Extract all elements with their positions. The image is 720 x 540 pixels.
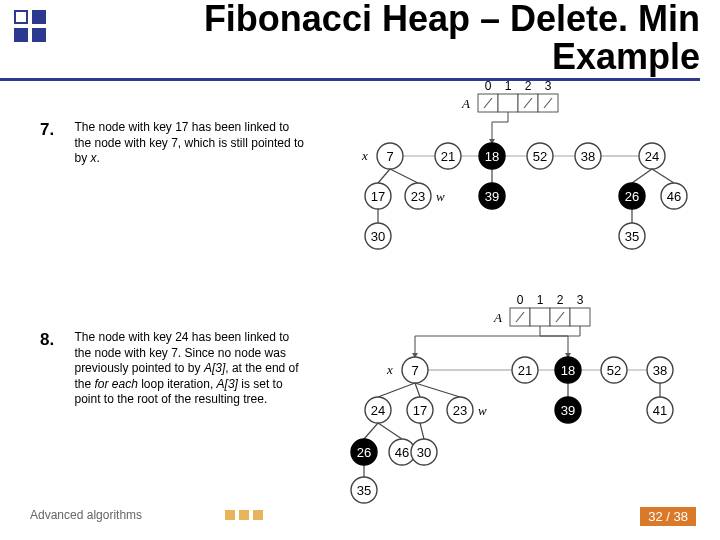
svg-rect-3 — [498, 94, 518, 112]
step-7: 7. The node with key 17 has been linked … — [40, 120, 304, 167]
svg-line-87 — [420, 423, 424, 439]
svg-text:0: 0 — [485, 79, 492, 93]
svg-line-22 — [378, 169, 390, 183]
svg-text:17: 17 — [413, 403, 427, 418]
svg-rect-59 — [530, 308, 550, 326]
svg-text:3: 3 — [577, 293, 584, 307]
svg-text:52: 52 — [607, 363, 621, 378]
svg-line-86 — [378, 423, 402, 439]
svg-text:0: 0 — [517, 293, 524, 307]
svg-text:38: 38 — [581, 149, 595, 164]
svg-text:35: 35 — [625, 229, 639, 244]
svg-line-80 — [378, 383, 415, 397]
slide-title: Fibonacci Heap – Delete. Min Example — [0, 0, 700, 81]
step-8-text: The node with key 24 has been linked to … — [74, 330, 304, 408]
diagram-step-8: A0123x721185238241723w394126463035 — [360, 300, 710, 495]
svg-text:26: 26 — [357, 445, 371, 460]
footer-left: Advanced algorithms — [30, 508, 142, 522]
svg-text:18: 18 — [485, 149, 499, 164]
step-8-number: 8. — [40, 330, 70, 350]
svg-text:7: 7 — [386, 149, 393, 164]
svg-text:17: 17 — [371, 189, 385, 204]
step-8: 8. The node with key 24 has been linked … — [40, 330, 304, 408]
svg-text:39: 39 — [561, 403, 575, 418]
footer-dots — [225, 510, 263, 520]
svg-text:A: A — [461, 96, 470, 111]
svg-text:1: 1 — [537, 293, 544, 307]
title-line-1: Fibonacci Heap – Delete. Min — [204, 0, 700, 39]
svg-text:46: 46 — [395, 445, 409, 460]
svg-text:21: 21 — [518, 363, 532, 378]
svg-line-25 — [632, 169, 652, 183]
svg-line-23 — [390, 169, 418, 183]
svg-text:26: 26 — [625, 189, 639, 204]
svg-text:52: 52 — [533, 149, 547, 164]
svg-text:1: 1 — [505, 79, 512, 93]
svg-line-82 — [415, 383, 460, 397]
svg-text:46: 46 — [667, 189, 681, 204]
svg-text:41: 41 — [653, 403, 667, 418]
svg-text:21: 21 — [441, 149, 455, 164]
svg-text:30: 30 — [417, 445, 431, 460]
step-7-number: 7. — [40, 120, 70, 140]
svg-text:24: 24 — [371, 403, 385, 418]
svg-text:w: w — [478, 403, 487, 418]
svg-line-81 — [415, 383, 420, 397]
svg-rect-63 — [570, 308, 590, 326]
svg-text:38: 38 — [653, 363, 667, 378]
step-7-text: The node with key 17 has been linked to … — [74, 120, 304, 167]
svg-text:2: 2 — [557, 293, 564, 307]
page-number: 32 / 38 — [640, 507, 696, 526]
svg-text:x: x — [361, 148, 368, 163]
svg-text:23: 23 — [453, 403, 467, 418]
title-line-2: Example — [552, 36, 700, 77]
diagram-step-7: A0123x721185238241723w3926463035 — [360, 86, 710, 266]
svg-text:A: A — [493, 310, 502, 325]
svg-text:w: w — [436, 189, 445, 204]
svg-line-85 — [364, 423, 378, 439]
svg-text:23: 23 — [411, 189, 425, 204]
svg-text:35: 35 — [357, 483, 371, 498]
svg-text:18: 18 — [561, 363, 575, 378]
svg-text:3: 3 — [545, 79, 552, 93]
svg-text:39: 39 — [485, 189, 499, 204]
svg-text:7: 7 — [411, 363, 418, 378]
svg-text:2: 2 — [525, 79, 532, 93]
svg-text:24: 24 — [645, 149, 659, 164]
svg-line-26 — [652, 169, 674, 183]
svg-text:30: 30 — [371, 229, 385, 244]
svg-text:x: x — [386, 362, 393, 377]
